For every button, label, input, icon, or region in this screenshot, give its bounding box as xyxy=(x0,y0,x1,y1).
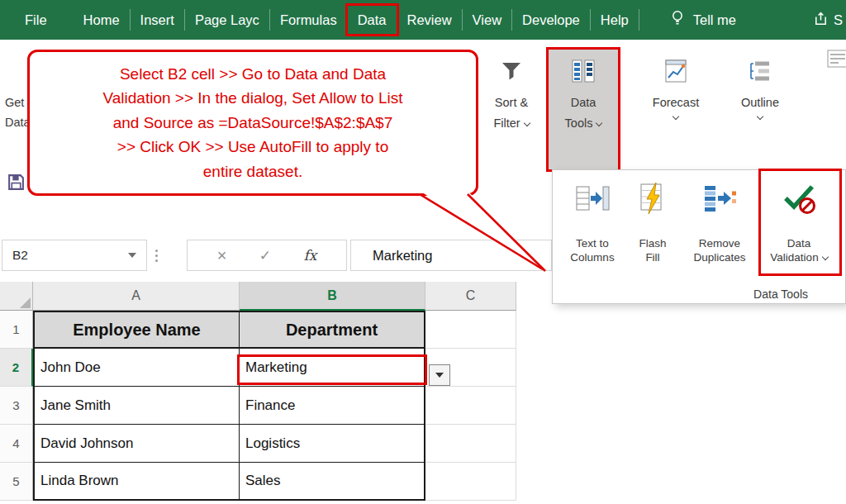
cell-c3[interactable] xyxy=(425,387,516,425)
row-header-5[interactable]: 5 xyxy=(0,463,33,501)
callout-line: Validation >> In the dialog, Set Allow t… xyxy=(103,86,403,111)
chevron-down-icon xyxy=(523,120,530,126)
outline-label: Outline xyxy=(725,93,795,113)
tab-file[interactable]: File xyxy=(12,0,60,40)
sort-filter-button[interactable]: Sort & Filter xyxy=(484,50,539,134)
tab-home[interactable]: Home xyxy=(74,0,130,40)
forecast-button[interactable]: Forecast xyxy=(641,50,711,119)
callout-line: Select B2 cell >> Go to Data and Data xyxy=(120,62,386,87)
dropdown-arrow-icon xyxy=(435,373,444,378)
save-icon[interactable] xyxy=(7,173,26,195)
flash-fill-label-line1: Flash xyxy=(624,236,682,250)
funnel-icon xyxy=(484,50,539,93)
cell-a3[interactable]: Jane Smith xyxy=(33,387,240,425)
data-validation-label-line2: Validation xyxy=(770,251,818,264)
row-header-4[interactable]: 4 xyxy=(0,425,33,463)
ribbon-partial-icon[interactable] xyxy=(826,48,846,73)
formula-bar-buttons: × ✓ fx xyxy=(187,240,347,271)
cell-a4[interactable]: David Johnson xyxy=(33,425,240,463)
data-tools-button[interactable]: Data Tools xyxy=(549,50,618,169)
cell-b2-active[interactable]: Marketing xyxy=(240,349,425,387)
table-row: 4 David Johnson Logistics xyxy=(0,425,552,463)
data-validation-button[interactable]: Data Validation xyxy=(758,178,840,303)
outline-icon xyxy=(725,50,795,93)
row-header-1[interactable]: 1 xyxy=(0,311,33,349)
lightbulb-icon xyxy=(669,9,686,31)
data-tools-panel: Text to Columns Flash Fill xyxy=(552,169,846,304)
chevron-down-icon xyxy=(673,113,679,120)
chevron-down-icon xyxy=(596,120,602,126)
column-header-row: A B C xyxy=(0,282,552,311)
tab-data-label: Data xyxy=(358,12,387,28)
tab-review[interactable]: Review xyxy=(397,0,462,40)
share-button[interactable]: S xyxy=(806,0,846,40)
table-row: 5 Linda Brown Sales xyxy=(0,463,552,501)
insert-function-button[interactable]: fx xyxy=(303,247,316,264)
cell-c1[interactable] xyxy=(425,311,516,349)
forecast-sheet-icon xyxy=(641,50,711,93)
cell-c4[interactable] xyxy=(425,425,516,463)
select-all-corner[interactable] xyxy=(0,282,33,311)
cell-b5[interactable]: Sales xyxy=(240,463,425,501)
enter-button[interactable]: ✓ xyxy=(259,247,271,264)
data-validation-label-line1: Data xyxy=(758,236,840,250)
callout-line: entire dataset. xyxy=(203,159,302,184)
table-row: 1 Employee Name Department xyxy=(0,311,552,349)
name-box[interactable]: B2 xyxy=(2,240,147,271)
chevron-down-icon xyxy=(757,113,763,120)
cell-b3[interactable]: Finance xyxy=(240,387,425,425)
sort-filter-label-line1: Sort & xyxy=(484,93,539,113)
tell-me-box[interactable]: Tell me xyxy=(659,0,746,40)
flash-fill-icon xyxy=(624,178,682,218)
remove-duplicates-icon xyxy=(683,178,756,218)
data-validation-icon xyxy=(758,178,840,218)
column-header-c[interactable]: C xyxy=(425,282,516,311)
row-header-3[interactable]: 3 xyxy=(0,387,33,425)
table-row: 2 John Doe Marketing xyxy=(0,349,552,387)
cell-a1[interactable]: Employee Name xyxy=(33,311,240,349)
tab-insert[interactable]: Insert xyxy=(131,0,184,40)
row-header-2[interactable]: 2 xyxy=(0,349,33,387)
cell-b4[interactable]: Logistics xyxy=(240,425,425,463)
ribbon-tab-bar: File Home Insert Page Layc Formulas Data… xyxy=(0,0,846,40)
tab-page-layout[interactable]: Page Layc xyxy=(185,0,269,40)
formula-input[interactable]: Marketing xyxy=(350,240,552,271)
data-tools-label-line1: Data xyxy=(549,93,618,113)
excel-window: File Home Insert Page Layc Formulas Data… xyxy=(0,0,846,504)
cancel-button[interactable]: × xyxy=(217,246,227,265)
text-to-columns-icon xyxy=(563,178,622,218)
text-to-columns-label-line2: Columns xyxy=(563,250,622,264)
menu-separator xyxy=(639,9,639,31)
chevron-down-icon xyxy=(821,254,828,260)
callout-line: and Source as =DataSource!$A$2:$A$7 xyxy=(113,111,393,136)
instruction-callout: Select B2 cell >> Go to Data and Data Va… xyxy=(27,50,478,196)
name-box-dropdown-icon[interactable] xyxy=(128,253,136,258)
remove-duplicates-label-line2: Duplicates xyxy=(683,250,756,264)
tab-help[interactable]: Help xyxy=(591,0,639,40)
flash-fill-button[interactable]: Flash Fill xyxy=(624,178,682,303)
tab-data[interactable]: Data xyxy=(348,0,397,40)
tab-view[interactable]: View xyxy=(463,0,511,40)
data-tools-icon xyxy=(549,50,618,93)
table-row: 3 Jane Smith Finance xyxy=(0,387,552,425)
tab-formulas[interactable]: Formulas xyxy=(270,0,347,40)
share-label: S xyxy=(834,12,843,28)
forecast-label: Forecast xyxy=(641,93,711,113)
column-header-b[interactable]: B xyxy=(240,282,425,311)
text-to-columns-label-line1: Text to xyxy=(563,236,622,250)
tab-developer[interactable]: Develope xyxy=(512,0,590,40)
tell-me-label: Tell me xyxy=(693,12,736,28)
cell-a5[interactable]: Linda Brown xyxy=(33,463,240,501)
remove-duplicates-button[interactable]: Remove Duplicates xyxy=(683,178,756,303)
flash-fill-label-line2: Fill xyxy=(624,250,682,264)
remove-duplicates-label-line1: Remove xyxy=(683,236,756,250)
data-tools-group-label: Data Tools xyxy=(753,288,808,301)
cell-a2[interactable]: John Doe xyxy=(33,349,240,387)
column-header-a[interactable]: A xyxy=(33,282,240,311)
text-to-columns-button[interactable]: Text to Columns xyxy=(563,178,622,303)
outline-button[interactable]: Outline xyxy=(725,50,795,119)
data-validation-dropdown-button[interactable] xyxy=(429,364,450,386)
cell-c5[interactable] xyxy=(425,463,516,501)
share-icon xyxy=(813,11,829,30)
cell-b1[interactable]: Department xyxy=(240,311,425,349)
